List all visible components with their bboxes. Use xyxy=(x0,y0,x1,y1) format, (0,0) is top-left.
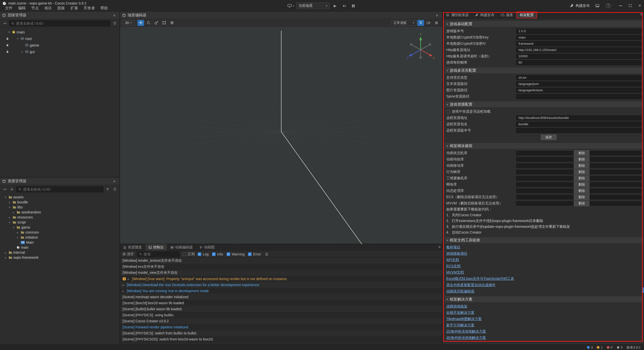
assets-refresh-button[interactable] xyxy=(112,187,117,192)
log-expand-arrow-icon[interactable]: ▸ xyxy=(123,290,125,292)
console-log-row[interactable]: [Scene] [PHYSICS2D]: switch from box2d-w… xyxy=(120,336,442,342)
scene-camera-button[interactable] xyxy=(425,20,432,26)
minimize-button[interactable] xyxy=(619,4,622,8)
expand-arrow-icon[interactable]: ▸ xyxy=(4,256,7,259)
hierarchy-filter-button[interactable] xyxy=(112,21,117,26)
delete-module-button[interactable]: 删除 xyxy=(574,163,589,168)
delete-module-button[interactable]: 删除 xyxy=(574,182,589,187)
inspector-tab-2[interactable]: 服务 xyxy=(498,12,516,18)
console-log-row[interactable]: ▸[Window] You are running Vue in develop… xyxy=(120,288,442,294)
asset-node[interactable]: ▸common xyxy=(0,230,119,235)
scene-menu-button[interactable]: ≡ xyxy=(434,13,440,18)
filter-checkbox[interactable] xyxy=(248,252,252,256)
menu-item-2[interactable]: 节点 xyxy=(29,6,41,11)
section-header[interactable]: ▾框架解决方案 xyxy=(445,296,642,302)
asset-node[interactable]: ▸initialize xyxy=(0,235,119,240)
console-menu-button[interactable]: ≡ xyxy=(437,244,442,250)
doc-link[interactable]: 战棋游戏框架 xyxy=(446,304,467,309)
inspector-tab-3[interactable]: 框架配置 xyxy=(516,12,537,18)
console-log-row[interactable]: [Scene] Cocos Creator v3.8.2 xyxy=(120,318,442,324)
asset-node[interactable]: ▸resources xyxy=(0,215,119,220)
expand-arrow-icon[interactable]: ▸ xyxy=(16,231,19,234)
section-header[interactable]: ▾框架文档工具链接 xyxy=(445,237,642,243)
menu-item-6[interactable]: 开发者 xyxy=(81,6,97,11)
expand-arrow-icon[interactable]: ▾ xyxy=(8,221,11,224)
notification-count[interactable]: 0 xyxy=(617,345,623,349)
expand-arrow-icon[interactable]: ▾ xyxy=(7,31,11,33)
doc-link[interactable]: 动画状态机编辑器 xyxy=(446,289,474,294)
console-search[interactable] xyxy=(137,251,180,257)
menu-item-1[interactable]: 编辑 xyxy=(16,6,28,11)
expand-arrow-icon[interactable]: ▾ xyxy=(16,37,19,40)
expand-arrow-icon[interactable]: ▸ xyxy=(8,216,11,219)
hierarchy-node[interactable]: ▾main xyxy=(0,29,119,35)
console-log-row[interactable]: [Window] ecs文件夹不存在 xyxy=(120,264,442,270)
doc-link[interactable]: 2D角色扮演游戏解决方案 xyxy=(446,329,486,334)
doc-link[interactable]: Tiledmap地图解决方案 xyxy=(446,317,482,321)
hierarchy-menu-button[interactable]: ≡ xyxy=(111,13,117,18)
save-button[interactable]: 保存 xyxy=(541,135,556,140)
filter-checkbox[interactable] xyxy=(227,252,230,256)
section-header[interactable]: ▾框架模块裁剪 xyxy=(445,143,642,149)
field-input[interactable] xyxy=(516,88,641,93)
section-header[interactable]: ▾游戏基础配置 xyxy=(445,21,642,27)
filter-checkbox[interactable] xyxy=(198,252,201,256)
hierarchy-node[interactable]: game xyxy=(0,42,119,48)
doc-link[interactable]: 全栈开发解决方案 xyxy=(446,311,474,315)
field-input[interactable] xyxy=(516,75,641,80)
console-log-row[interactable]: [Scene] [bullet]:bullet wasm lib loaded. xyxy=(120,306,442,312)
delete-module-button[interactable]: 删除 xyxy=(574,169,589,175)
console-export-button[interactable] xyxy=(264,251,269,257)
console-tab-0[interactable]: 资源预览 xyxy=(120,244,145,250)
console-search-input[interactable] xyxy=(144,252,177,256)
close-button[interactable]: × xyxy=(638,4,641,8)
field-input[interactable] xyxy=(516,115,641,120)
delete-module-button[interactable]: 删除 xyxy=(574,157,589,162)
delete-module-button[interactable]: 删除 xyxy=(574,150,589,156)
delete-module-button[interactable]: 删除 xyxy=(574,176,589,181)
asset-node[interactable]: ▾game xyxy=(0,225,119,230)
expand-arrow-icon[interactable]: ▸ xyxy=(8,201,11,204)
assets-search[interactable] xyxy=(16,186,103,192)
field-input[interactable] xyxy=(516,128,641,133)
menu-item-7[interactable]: 帮助 xyxy=(98,6,110,11)
create-asset-button[interactable]: +▾ xyxy=(2,187,8,192)
console-filter-warning[interactable]: Warning xyxy=(227,252,245,256)
scale-tool-button[interactable] xyxy=(153,20,160,26)
console-log-row[interactable]: !▸[Window] [Vue warn]: Property "onInput… xyxy=(120,276,442,282)
dimension-toggle-button[interactable]: 3D▾ xyxy=(123,20,134,25)
asset-node[interactable]: ▾libs xyxy=(0,205,119,210)
help-button[interactable]: ? xyxy=(605,3,612,9)
maximize-button[interactable] xyxy=(628,4,632,8)
regex-checkbox[interactable] xyxy=(183,252,186,256)
console-log-row[interactable]: [Scene] [PHYSICS]: switch from builtin t… xyxy=(120,330,442,336)
menu-item-3[interactable]: 项目 xyxy=(42,6,54,11)
doc-link[interactable]: API文档 xyxy=(446,258,459,262)
expand-arrow-icon[interactable]: ▸ xyxy=(16,236,19,239)
console-log-row[interactable]: ▸[Window] Download the Vue Devtools exte… xyxy=(120,282,442,288)
message-count[interactable]: 3 xyxy=(587,345,593,349)
field-input[interactable] xyxy=(516,94,641,99)
console-filter-info[interactable]: Info xyxy=(212,252,223,256)
delete-module-button[interactable]: 删除 xyxy=(574,188,589,194)
expand-arrow-icon[interactable]: ▾ xyxy=(12,226,15,229)
log-expand-arrow-icon[interactable]: ▸ xyxy=(128,278,130,280)
layout-button[interactable] xyxy=(350,3,357,9)
doc-link[interactable]: ECS文档 xyxy=(446,264,461,269)
preview-device-button[interactable]: ▾ xyxy=(287,3,294,9)
console-tab-1[interactable]: 控制台 xyxy=(145,244,167,250)
doc-link[interactable]: 原生包热更新配置自动生成插件 xyxy=(446,283,496,287)
rect-tool-button[interactable] xyxy=(161,20,168,26)
console-filter-log[interactable]: Log xyxy=(198,252,209,256)
scene-selector[interactable]: 当前场景 ▾ xyxy=(296,3,330,9)
inspector-tab-1[interactable]: 构建发布 xyxy=(472,12,498,18)
sort-assets-button[interactable] xyxy=(9,187,15,192)
console-tab-3[interactable]: 动画图 xyxy=(196,244,218,250)
asset-node[interactable]: ▸bundle xyxy=(0,200,119,205)
console-tab-2[interactable]: 动画编辑器 xyxy=(167,244,196,250)
console-filter-error[interactable]: Error xyxy=(248,252,261,256)
inspector-tab-0[interactable]: 属性检查器 xyxy=(443,12,472,18)
asset-node[interactable]: ▸oops-framework xyxy=(0,255,119,260)
scene-viewport[interactable]: Y X Z xyxy=(120,27,442,244)
step-button[interactable] xyxy=(341,3,348,9)
